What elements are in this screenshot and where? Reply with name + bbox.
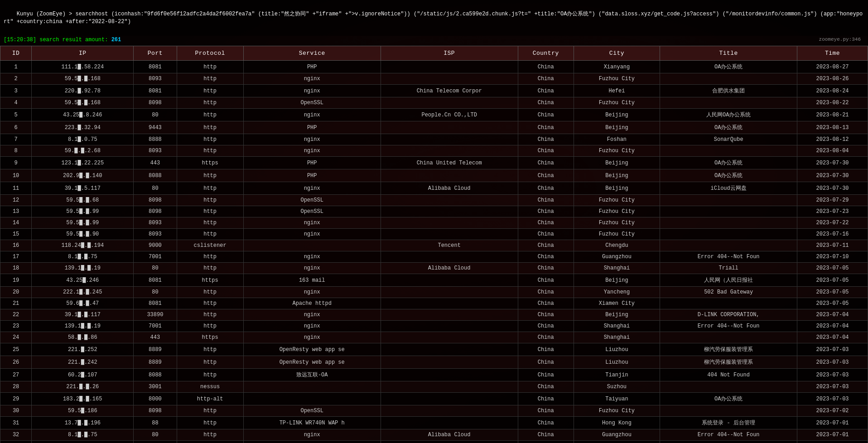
cell-country: China — [518, 109, 574, 121]
cell-country: China — [518, 298, 574, 309]
cell-title — [660, 298, 797, 309]
table-row[interactable]: 78.1█.0.758888httpnginxChinaFoshanSonarQ… — [0, 134, 868, 145]
table-row[interactable]: 29183.2█.█.1658000http-altChinaTaiyuanOA… — [0, 393, 868, 405]
cell-city: Taiyuan — [574, 393, 660, 405]
table-row[interactable]: 1359.5█.█.998098httpOpenSSLChinaFuzhou C… — [0, 206, 868, 217]
table-row[interactable]: 20222.1█.█.24580httpnginxChinaYancheng50… — [0, 287, 868, 298]
cell-id: 3 — [0, 85, 32, 97]
cell-ip: 8.1█.█.75 — [32, 429, 134, 441]
cell-city: Shenzhen City — [574, 441, 660, 443]
table-row[interactable]: 2760.2█.1078088http致远互联-OAChinaTianjin40… — [0, 369, 868, 381]
table-row[interactable]: 6223.█.32.949443httpPHPChinaBeijingOA办公系… — [0, 121, 868, 134]
command-line: Kunyu (ZoomEye) > searchhost (iconhash:"… — [0, 0, 868, 36]
cell-time: 2023-07-22 — [797, 217, 868, 229]
cell-city: Suzhou — [574, 381, 660, 393]
cell-port: 80 — [134, 263, 177, 274]
table-row[interactable]: 33218█.35.18090httpnginxChinaShenzhen Ci… — [0, 441, 868, 443]
table-row[interactable]: 9123.1█.22.225443httpsPHPChina United Te… — [0, 157, 868, 169]
cell-id: 19 — [0, 274, 32, 287]
cell-protocol: http — [177, 73, 243, 85]
table-row[interactable]: 3059.5█.1868098httpOpenSSLChinaFuzhou Ci… — [0, 405, 868, 417]
table-row[interactable]: 2239.1█.█.11733890httpnginxChinaBeijingD… — [0, 309, 868, 321]
cell-country: China — [518, 169, 574, 182]
cell-port: 8000 — [134, 393, 177, 405]
cell-service: PHP — [243, 61, 381, 73]
table-row[interactable]: 259.5█.█.1688093httpnginxChinaFuzhou Cit… — [0, 73, 868, 85]
table-row[interactable]: 328.1█.█.7580httpnginxAlibaba CloudChina… — [0, 429, 868, 441]
cell-service: OpenResty web app se — [243, 356, 381, 369]
table-row[interactable]: 859.█.█.2.688093httpnginxChinaFuzhou Cit… — [0, 145, 868, 157]
cell-isp — [381, 309, 518, 321]
table-row[interactable]: 26221.█.2428889httpOpenResty web app seC… — [0, 356, 868, 369]
table-row[interactable]: 1139.1█.5.11780httpnginxAlibaba CloudChi… — [0, 182, 868, 195]
table-row[interactable]: 543.25█.8.24680httpnginxPeople.Cn CO.,LT… — [0, 109, 868, 121]
table-row[interactable]: 2458.█.█.86443httpsnginxChinaShanghai202… — [0, 332, 868, 343]
header-id: ID — [0, 46, 32, 61]
cell-protocol: http — [177, 145, 243, 157]
cell-protocol: https — [177, 274, 243, 287]
cell-service — [243, 240, 381, 251]
cell-city: Beijing — [574, 157, 660, 169]
cell-service: TP-LINK WR740N WAP h — [243, 417, 381, 429]
cell-time: 2023-07-30 — [797, 157, 868, 169]
table-row[interactable]: 1259.5█.█.688098httpOpenSSLChinaFuzhou C… — [0, 195, 868, 206]
cell-service: nginx — [243, 332, 381, 343]
table-body: 1111.1█.58.2248081httpPHPChinaXianyangOA… — [0, 61, 868, 443]
cell-id: 17 — [0, 251, 32, 263]
cell-id: 28 — [0, 381, 32, 393]
cell-protocol: http — [177, 309, 243, 321]
cell-title: OA办公系统 — [660, 393, 797, 405]
table-row[interactable]: 10202.9█.█.1408088httpPHPChinaBeijingOA办… — [0, 169, 868, 182]
cell-title: OA办公系统 — [660, 121, 797, 134]
table-row[interactable]: 18139.1█.█.1980httpnginxAlibaba CloudChi… — [0, 263, 868, 274]
cell-title — [660, 405, 797, 417]
cell-time: 2023-07-01 — [797, 441, 868, 443]
cell-port: 8090 — [134, 441, 177, 443]
cell-port: 443 — [134, 157, 177, 169]
cell-protocol: http — [177, 229, 243, 240]
cell-protocol: http — [177, 429, 243, 441]
cell-title — [660, 229, 797, 240]
cell-time: 2023-08-26 — [797, 73, 868, 85]
table-row[interactable]: 16118.24█.█.1949000cslistenerTencentChin… — [0, 240, 868, 251]
cell-service: nginx — [243, 229, 381, 240]
table-row[interactable]: 1559.5█.█.908093httpnginxChinaFuzhou Cit… — [0, 229, 868, 240]
table-row[interactable]: 1111.1█.58.2248081httpPHPChinaXianyangOA… — [0, 61, 868, 73]
cell-port: 8098 — [134, 195, 177, 206]
table-row[interactable]: 178.1█.█.757001httpnginxChinaGuangzhouEr… — [0, 251, 868, 263]
cell-isp — [381, 287, 518, 298]
cell-city: Beijing — [574, 109, 660, 121]
cell-id: 10 — [0, 169, 32, 182]
table-row[interactable]: 1943.25█.2468081https163 mailChinaBeijin… — [0, 274, 868, 287]
cell-protocol: http — [177, 195, 243, 206]
cell-time: 2023-07-05 — [797, 298, 868, 309]
table-row[interactable]: 3220.█.92.788081httpnginxChina Telecom C… — [0, 85, 868, 97]
cell-ip: 221.█.242 — [32, 356, 134, 369]
cell-protocol: http — [177, 251, 243, 263]
table-row[interactable]: 459.5█.█.1688098httpOpenSSLChinaFuzhou C… — [0, 97, 868, 109]
header-service: Service — [243, 46, 381, 61]
cell-title: 404 Not Found — [660, 369, 797, 381]
table-row[interactable]: 1459.5█.█.998093httpnginxChinaFuzhou Cit… — [0, 217, 868, 229]
cell-isp: Alibaba Cloud — [381, 263, 518, 274]
cell-time: 2023-07-05 — [797, 263, 868, 274]
cell-city: Beijing — [574, 274, 660, 287]
cell-isp — [381, 343, 518, 356]
header-title: Title — [660, 46, 797, 61]
table-row[interactable]: 28221.█.█.263001nessusChinaSuzhou2023-07… — [0, 381, 868, 393]
cell-service — [243, 393, 381, 405]
cell-port: 8081 — [134, 61, 177, 73]
header-row: ID IP Port Protocol Service ISP Country … — [0, 46, 868, 61]
table-row[interactable]: 25221.█.2528889httpOpenResty web app seC… — [0, 343, 868, 356]
cell-isp — [381, 274, 518, 287]
table-row[interactable]: 23139.1█.█.197001httpnginxChinaShanghaiE… — [0, 321, 868, 332]
cell-id: 8 — [0, 145, 32, 157]
cell-isp: China Telecom Corpor — [381, 85, 518, 97]
table-row[interactable]: 2159.6█.█.478081httpApache httpdChinaXia… — [0, 298, 868, 309]
cell-protocol: http — [177, 109, 243, 121]
cell-title: 柳汽劳保服装管理系 — [660, 343, 797, 356]
table-row[interactable]: 3113.7█.█.19688httpTP-LINK WR740N WAP hC… — [0, 417, 868, 429]
cell-ip: 220.█.92.78 — [32, 85, 134, 97]
cell-city: Hefei — [574, 85, 660, 97]
cell-isp — [381, 73, 518, 85]
